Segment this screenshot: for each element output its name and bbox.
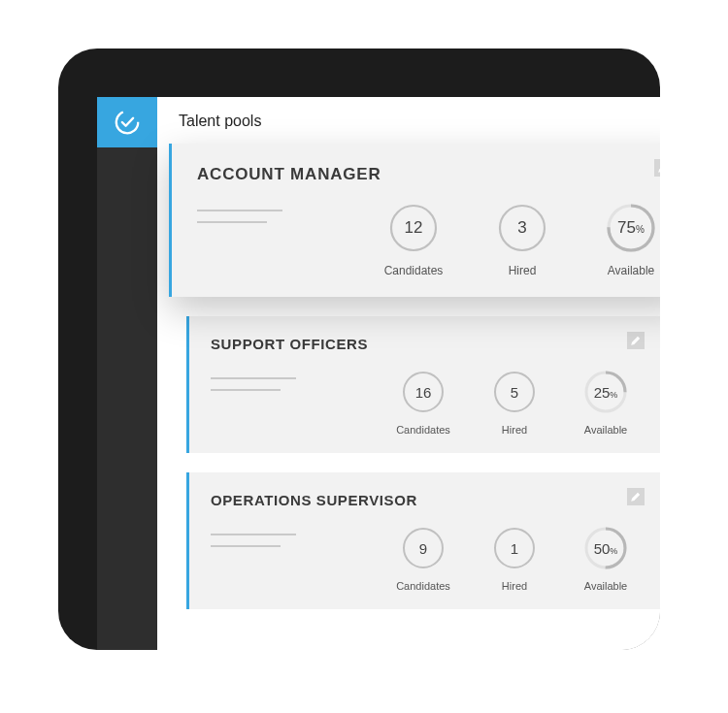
stat-hired: 3 Hired	[489, 202, 555, 277]
talent-pool-card[interactable]: SUPPORT OFFICERS	[186, 316, 660, 453]
svg-point-0	[113, 108, 142, 137]
stat-hired: 1 Hired	[481, 526, 547, 592]
talent-pool-list: ACCOUNT MANAGER	[157, 144, 660, 609]
app-logo	[97, 97, 157, 147]
pool-title: ACCOUNT MANAGER	[197, 165, 660, 184]
page-title: Talent pools	[157, 97, 660, 144]
stat-hired: 5 Hired	[481, 370, 547, 436]
checkmark-logo-icon	[113, 108, 142, 137]
main-content: Talent pools ACCOUNT MANAGER	[157, 97, 660, 650]
pencil-icon	[631, 336, 641, 345]
stat-candidates: 16 Candidates	[390, 370, 456, 436]
edit-button[interactable]	[627, 488, 645, 505]
pool-title: SUPPORT OFFICERS	[211, 336, 639, 352]
stat-available: 75% Available	[598, 202, 660, 277]
pencil-icon	[658, 163, 660, 173]
pencil-icon	[631, 492, 641, 502]
pool-meta-placeholder	[211, 370, 317, 401]
edit-button[interactable]	[627, 332, 645, 349]
app-window: Talent pools ACCOUNT MANAGER	[97, 97, 660, 650]
talent-pool-card[interactable]: ACCOUNT MANAGER	[169, 144, 660, 297]
sidebar	[97, 97, 157, 650]
stat-candidates: 9 Candidates	[390, 526, 456, 592]
pool-meta-placeholder	[197, 202, 304, 233]
app-frame: Talent pools ACCOUNT MANAGER	[58, 49, 660, 650]
pool-title: OPERATIONS SUPERVISOR	[211, 492, 639, 508]
stat-available: 50% Available	[573, 526, 639, 592]
stat-available: 25% Available	[573, 370, 639, 436]
edit-button[interactable]	[654, 159, 660, 177]
stat-candidates: 12 Candidates	[381, 202, 447, 277]
talent-pool-card[interactable]: OPERATIONS SUPERVISOR	[186, 472, 660, 609]
pool-meta-placeholder	[211, 526, 317, 557]
